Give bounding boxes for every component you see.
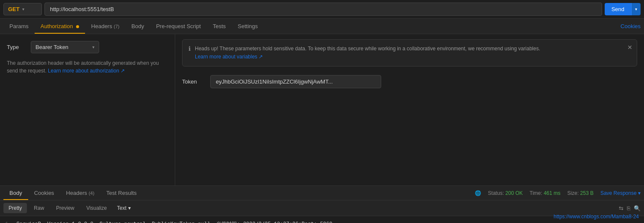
- footer-link[interactable]: https://www.cnblogs.com/Mamba8-24: [554, 214, 639, 220]
- preview-button[interactable]: Preview: [51, 203, 79, 213]
- tab-pre-request[interactable]: Pre-request Script: [150, 19, 207, 34]
- save-response-chevron-icon: ▾: [638, 190, 641, 196]
- type-select-label: Bearer Token: [35, 44, 68, 50]
- time-value: 461 ms: [544, 190, 560, 196]
- raw-button[interactable]: Raw: [29, 203, 49, 213]
- method-select[interactable]: GET ▾: [3, 3, 42, 15]
- type-label: Type: [7, 44, 24, 50]
- time-label: Time: 461 ms: [529, 190, 560, 196]
- alert-text: Heads up! These parameters hold sensitiv…: [195, 45, 540, 61]
- format-action-icons: ⇆ ⎘ 🔍: [619, 205, 641, 211]
- token-row: Token: [182, 75, 637, 88]
- alert-learn-more-link[interactable]: Learn more about variables ↗: [195, 54, 263, 60]
- line-number: 1: [5, 221, 8, 223]
- size-value: 253 B: [580, 190, 594, 196]
- tab-headers[interactable]: Headers (7): [85, 19, 125, 34]
- response-tab-body[interactable]: Body: [3, 186, 28, 200]
- top-bar: GET ▾ Send ▾: [0, 0, 644, 19]
- word-wrap-icon[interactable]: ⇆: [619, 205, 623, 211]
- status-label: Status: 200 OK: [488, 190, 523, 196]
- auth-learn-more-link[interactable]: Learn more about authorization ↗: [48, 68, 125, 74]
- response-content: 1 ServiceB, Version=1.0.0.0, Culture=neu…: [0, 216, 644, 223]
- text-format-chevron-icon: ▾: [128, 205, 131, 211]
- tab-settings[interactable]: Settings: [232, 19, 264, 34]
- main-content: Type Bearer Token ▾ The authorization he…: [0, 34, 644, 185]
- save-response-button[interactable]: Save Response ▾: [600, 190, 641, 196]
- response-tabs-bar: Body Cookies Headers (4) Test Results 🌐 …: [0, 186, 644, 200]
- pretty-button[interactable]: Pretty: [3, 203, 27, 213]
- send-dropdown-button[interactable]: ▾: [631, 3, 641, 15]
- method-label: GET: [8, 6, 20, 12]
- text-format-label: Text: [117, 205, 126, 211]
- method-chevron-icon: ▾: [22, 7, 24, 12]
- tab-params[interactable]: Params: [3, 19, 35, 34]
- cookies-link[interactable]: Cookies: [620, 19, 641, 34]
- format-bar: Pretty Raw Preview Visualize Text ▾ ⇆ ⎘ …: [0, 200, 644, 216]
- tab-authorization[interactable]: Authorization: [35, 19, 85, 34]
- info-icon: ℹ: [188, 45, 191, 52]
- bearer-token-select[interactable]: Bearer Token ▾: [31, 41, 99, 53]
- size-label: Size: 253 B: [568, 190, 594, 196]
- request-tabs-bar: Params Authorization Headers (7) Body Pr…: [0, 19, 644, 34]
- token-input[interactable]: [210, 75, 381, 88]
- tab-body[interactable]: Body: [126, 19, 150, 34]
- response-status-area: 🌐 Status: 200 OK Time: 461 ms Size: 253 …: [475, 190, 641, 196]
- alert-close-icon[interactable]: ✕: [627, 44, 632, 51]
- url-input[interactable]: [44, 3, 602, 16]
- copy-icon[interactable]: ⎘: [627, 205, 630, 211]
- auth-left-panel: Type Bearer Token ▾ The authorization he…: [0, 34, 175, 185]
- response-tab-cookies[interactable]: Cookies: [28, 186, 60, 200]
- visualize-button[interactable]: Visualize: [81, 203, 112, 213]
- auth-right-panel: ℹ Heads up! These parameters hold sensit…: [175, 34, 644, 185]
- send-button[interactable]: Send: [605, 3, 631, 15]
- token-label: Token: [182, 78, 203, 85]
- tab-tests[interactable]: Tests: [207, 19, 232, 34]
- alert-box: ℹ Heads up! These parameters hold sensit…: [182, 39, 637, 67]
- text-format-select[interactable]: Text ▾: [114, 203, 134, 213]
- send-button-group: Send ▾: [605, 3, 641, 15]
- type-row: Type Bearer Token ▾: [7, 41, 168, 53]
- authorization-dot: [76, 25, 79, 28]
- status-value: 200 OK: [506, 190, 523, 196]
- response-section: Body Cookies Headers (4) Test Results 🌐 …: [0, 185, 644, 223]
- response-tab-headers[interactable]: Headers (4): [60, 186, 100, 200]
- search-icon[interactable]: 🔍: [634, 205, 641, 211]
- auth-info: The authorization header will be automat…: [7, 59, 168, 75]
- response-tab-test-results[interactable]: Test Results: [100, 186, 143, 200]
- type-select-chevron-icon: ▾: [92, 45, 94, 49]
- response-text: ServiceB, Version=1.0.0.0, Culture=neutr…: [16, 221, 332, 223]
- globe-icon: 🌐: [475, 190, 481, 196]
